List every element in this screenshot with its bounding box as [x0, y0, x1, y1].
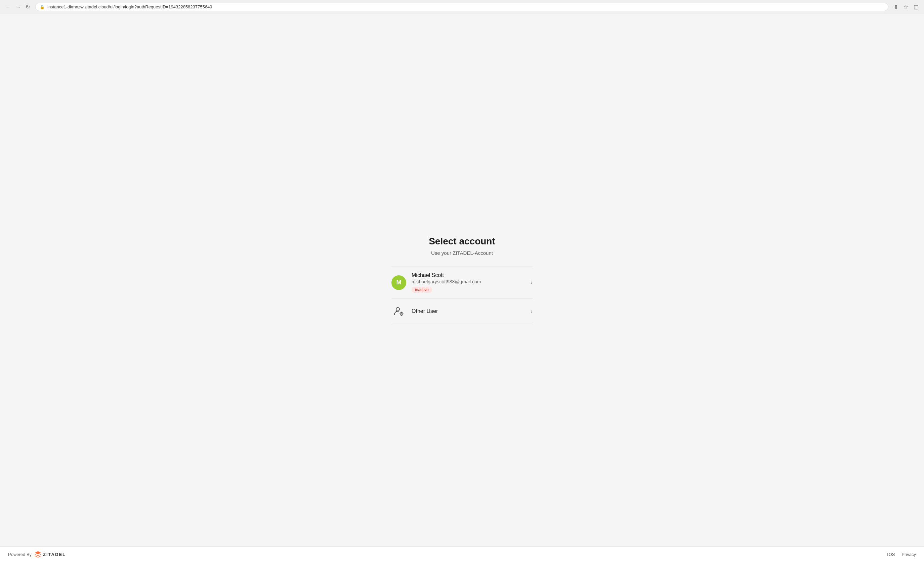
share-button[interactable]: ⬆: [892, 3, 900, 11]
account-info-michael-scott: Michael Scott michaelgaryscott988@gmail.…: [412, 272, 525, 293]
privacy-link[interactable]: Privacy: [902, 552, 916, 557]
other-user-label: Other User: [412, 308, 525, 314]
chevron-right-icon-other: ›: [531, 308, 532, 315]
back-button[interactable]: ←: [4, 4, 12, 10]
inactive-badge: inactive: [412, 287, 432, 293]
account-name-michael-scott: Michael Scott: [412, 272, 525, 278]
tos-link[interactable]: TOS: [886, 552, 895, 557]
chevron-right-icon-michael: ›: [531, 279, 532, 286]
forward-button[interactable]: →: [14, 4, 22, 10]
avatar-michael-scott: M: [392, 275, 406, 290]
browser-chrome: ← → ↻ 🔒 instance1-dkmnzw.zitadel.cloud/u…: [0, 0, 924, 14]
powered-by-label: Powered By: [8, 552, 32, 557]
powered-by: Powered By ZITADEL: [8, 551, 66, 558]
footer-links: TOS Privacy: [886, 552, 916, 557]
svg-line-9: [402, 312, 403, 313]
svg-line-7: [400, 312, 400, 313]
zitadel-logo-svg: [34, 551, 42, 558]
bookmark-button[interactable]: ☆: [902, 3, 909, 11]
page-subtitle: Use your ZITADEL-Account: [431, 250, 493, 256]
page-title: Select account: [429, 236, 495, 247]
svg-point-0: [396, 308, 399, 311]
accounts-list: M Michael Scott michaelgaryscott988@gmai…: [392, 266, 532, 324]
lock-icon: 🔒: [40, 5, 45, 9]
zitadel-logo: ZITADEL: [34, 551, 66, 558]
footer: Powered By ZITADEL TOS Privacy: [0, 546, 924, 562]
select-account-container: Select account Use your ZITADEL-Account …: [392, 236, 532, 324]
address-bar[interactable]: 🔒 instance1-dkmnzw.zitadel.cloud/ui/logi…: [35, 3, 888, 11]
account-item-michael-scott[interactable]: M Michael Scott michaelgaryscott988@gmai…: [392, 267, 532, 299]
tab-button[interactable]: ▢: [912, 3, 920, 11]
url-text: instance1-dkmnzw.zitadel.cloud/ui/login/…: [47, 4, 212, 9]
main-content: Select account Use your ZITADEL-Account …: [0, 14, 924, 546]
account-email-michael-scott: michaelgaryscott988@gmail.com: [412, 279, 525, 284]
reload-button[interactable]: ↻: [24, 4, 31, 10]
other-user-icon: [392, 304, 406, 318]
zitadel-brand-name: ZITADEL: [43, 552, 66, 557]
account-item-other-user[interactable]: Other User ›: [392, 299, 532, 324]
browser-actions: ⬆ ☆ ▢: [892, 3, 920, 11]
browser-nav-buttons: ← → ↻: [4, 4, 31, 10]
svg-point-2: [401, 314, 402, 315]
